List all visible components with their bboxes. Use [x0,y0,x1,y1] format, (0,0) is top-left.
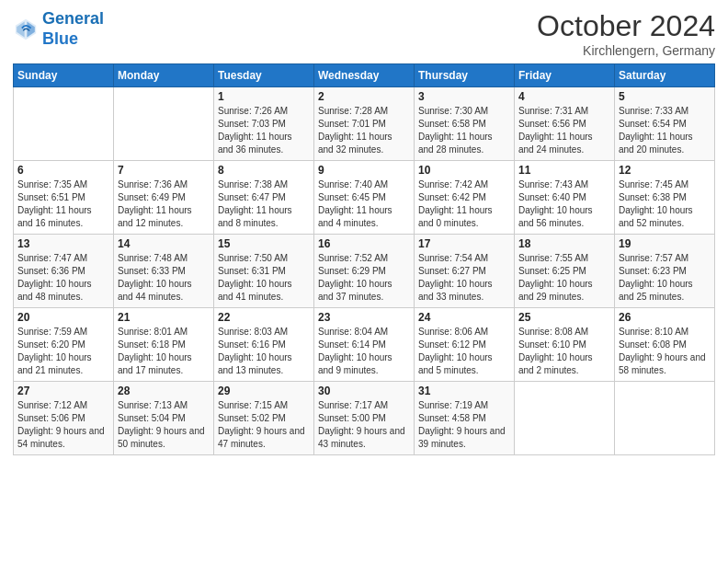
day-number: 15 [218,237,310,250]
day-info: Sunrise: 7:35 AMSunset: 6:51 PMDaylight:… [17,178,109,230]
header-tuesday: Tuesday [214,64,314,87]
day-info: Sunrise: 7:19 AMSunset: 4:58 PMDaylight:… [418,399,510,451]
day-number: 20 [17,311,109,324]
cell-1-0: 6Sunrise: 7:35 AMSunset: 6:51 PMDaylight… [14,161,114,235]
week-row-2: 13Sunrise: 7:47 AMSunset: 6:36 PMDayligh… [14,235,715,308]
day-number: 16 [318,237,410,250]
day-number: 26 [619,311,711,324]
logo-line1: General [42,9,104,28]
day-info: Sunrise: 7:33 AMSunset: 6:54 PMDaylight:… [619,105,711,156]
cell-1-1: 7Sunrise: 7:36 AMSunset: 6:49 PMDaylight… [114,161,214,235]
cell-2-1: 14Sunrise: 7:48 AMSunset: 6:33 PMDayligh… [114,235,214,308]
day-info: Sunrise: 7:42 AMSunset: 6:42 PMDaylight:… [418,178,510,230]
header-row: Sunday Monday Tuesday Wednesday Thursday… [14,64,715,87]
day-info: Sunrise: 7:17 AMSunset: 5:00 PMDaylight:… [318,399,410,451]
week-row-4: 27Sunrise: 7:12 AMSunset: 5:06 PMDayligh… [14,382,715,455]
day-number: 5 [619,90,711,103]
day-info: Sunrise: 7:38 AMSunset: 6:47 PMDaylight:… [218,178,310,230]
day-info: Sunrise: 7:26 AMSunset: 7:03 PMDaylight:… [218,105,310,156]
cell-0-0 [14,87,114,161]
week-row-3: 20Sunrise: 7:59 AMSunset: 6:20 PMDayligh… [14,308,715,382]
day-info: Sunrise: 7:43 AMSunset: 6:40 PMDaylight:… [518,178,610,230]
cell-3-1: 21Sunrise: 8:01 AMSunset: 6:18 PMDayligh… [114,308,214,382]
day-info: Sunrise: 7:57 AMSunset: 6:23 PMDaylight:… [619,252,711,304]
day-number: 3 [418,90,510,103]
cell-1-4: 10Sunrise: 7:42 AMSunset: 6:42 PMDayligh… [415,161,515,235]
day-info: Sunrise: 7:52 AMSunset: 6:29 PMDaylight:… [318,252,410,304]
day-info: Sunrise: 8:10 AMSunset: 6:08 PMDaylight:… [619,326,711,377]
day-info: Sunrise: 8:01 AMSunset: 6:18 PMDaylight:… [118,326,210,377]
cell-3-2: 22Sunrise: 8:03 AMSunset: 6:16 PMDayligh… [214,308,314,382]
day-info: Sunrise: 8:06 AMSunset: 6:12 PMDaylight:… [418,326,510,377]
cell-0-2: 1Sunrise: 7:26 AMSunset: 7:03 PMDaylight… [214,87,314,161]
cell-3-5: 25Sunrise: 8:08 AMSunset: 6:10 PMDayligh… [515,308,615,382]
day-info: Sunrise: 7:45 AMSunset: 6:38 PMDaylight:… [619,178,711,230]
cell-3-4: 24Sunrise: 8:06 AMSunset: 6:12 PMDayligh… [415,308,515,382]
cell-4-1: 28Sunrise: 7:13 AMSunset: 5:04 PMDayligh… [114,382,214,455]
cell-0-3: 2Sunrise: 7:28 AMSunset: 7:01 PMDaylight… [314,87,415,161]
day-number: 12 [619,164,711,177]
title-area: October 2024 Kirchlengern, Germany [537,9,715,58]
day-number: 8 [218,164,310,177]
day-number: 14 [118,237,210,250]
cell-2-2: 15Sunrise: 7:50 AMSunset: 6:31 PMDayligh… [214,235,314,308]
cell-0-1 [114,87,214,161]
day-number: 29 [218,385,310,397]
header-saturday: Saturday [615,64,715,87]
day-number: 11 [518,164,610,177]
day-number: 19 [619,237,711,250]
cell-4-0: 27Sunrise: 7:12 AMSunset: 5:06 PMDayligh… [14,382,114,455]
day-number: 22 [218,311,310,324]
header-friday: Friday [515,64,615,87]
logo-line2: Blue [42,29,104,50]
day-info: Sunrise: 8:03 AMSunset: 6:16 PMDaylight:… [218,326,310,377]
day-info: Sunrise: 8:04 AMSunset: 6:14 PMDaylight:… [318,326,410,377]
cell-0-6: 5Sunrise: 7:33 AMSunset: 6:54 PMDaylight… [615,87,715,161]
day-number: 30 [318,385,410,397]
cell-3-6: 26Sunrise: 8:10 AMSunset: 6:08 PMDayligh… [615,308,715,382]
day-number: 23 [318,311,410,324]
day-number: 24 [418,311,510,324]
cell-4-2: 29Sunrise: 7:15 AMSunset: 5:02 PMDayligh… [214,382,314,455]
day-info: Sunrise: 7:55 AMSunset: 6:25 PMDaylight:… [518,252,610,304]
day-number: 6 [17,164,109,177]
cell-3-0: 20Sunrise: 7:59 AMSunset: 6:20 PMDayligh… [14,308,114,382]
day-number: 4 [518,90,610,103]
cell-4-4: 31Sunrise: 7:19 AMSunset: 4:58 PMDayligh… [415,382,515,455]
day-info: Sunrise: 7:36 AMSunset: 6:49 PMDaylight:… [118,178,210,230]
main-container: General Blue October 2024 Kirchlengern, … [0,0,728,463]
header-monday: Monday [114,64,214,87]
cell-1-6: 12Sunrise: 7:45 AMSunset: 6:38 PMDayligh… [615,161,715,235]
day-number: 9 [318,164,410,177]
logo: General Blue [13,9,104,49]
week-row-1: 6Sunrise: 7:35 AMSunset: 6:51 PMDaylight… [14,161,715,235]
cell-4-3: 30Sunrise: 7:17 AMSunset: 5:00 PMDayligh… [314,382,415,455]
header-thursday: Thursday [415,64,515,87]
cell-0-5: 4Sunrise: 7:31 AMSunset: 6:56 PMDaylight… [515,87,615,161]
cell-1-5: 11Sunrise: 7:43 AMSunset: 6:40 PMDayligh… [515,161,615,235]
day-info: Sunrise: 7:54 AMSunset: 6:27 PMDaylight:… [418,252,510,304]
location: Kirchlengern, Germany [537,43,715,58]
day-number: 1 [218,90,310,103]
cell-1-2: 8Sunrise: 7:38 AMSunset: 6:47 PMDaylight… [214,161,314,235]
day-info: Sunrise: 7:30 AMSunset: 6:58 PMDaylight:… [418,105,510,156]
day-info: Sunrise: 8:08 AMSunset: 6:10 PMDaylight:… [518,326,610,377]
day-info: Sunrise: 7:31 AMSunset: 6:56 PMDaylight:… [518,105,610,156]
cell-2-6: 19Sunrise: 7:57 AMSunset: 6:23 PMDayligh… [615,235,715,308]
cell-1-3: 9Sunrise: 7:40 AMSunset: 6:45 PMDaylight… [314,161,415,235]
day-number: 28 [118,385,210,397]
calendar-table: Sunday Monday Tuesday Wednesday Thursday… [13,63,715,455]
cell-4-6 [615,382,715,455]
day-info: Sunrise: 7:59 AMSunset: 6:20 PMDaylight:… [17,326,109,377]
header-wednesday: Wednesday [314,64,415,87]
day-info: Sunrise: 7:48 AMSunset: 6:33 PMDaylight:… [118,252,210,304]
week-row-0: 1Sunrise: 7:26 AMSunset: 7:03 PMDaylight… [14,87,715,161]
cell-0-4: 3Sunrise: 7:30 AMSunset: 6:58 PMDaylight… [415,87,515,161]
month-title: October 2024 [537,9,715,43]
logo-icon [13,17,39,42]
cell-2-5: 18Sunrise: 7:55 AMSunset: 6:25 PMDayligh… [515,235,615,308]
cell-3-3: 23Sunrise: 8:04 AMSunset: 6:14 PMDayligh… [314,308,415,382]
day-info: Sunrise: 7:50 AMSunset: 6:31 PMDaylight:… [218,252,310,304]
cell-2-4: 17Sunrise: 7:54 AMSunset: 6:27 PMDayligh… [415,235,515,308]
day-info: Sunrise: 7:47 AMSunset: 6:36 PMDaylight:… [17,252,109,304]
